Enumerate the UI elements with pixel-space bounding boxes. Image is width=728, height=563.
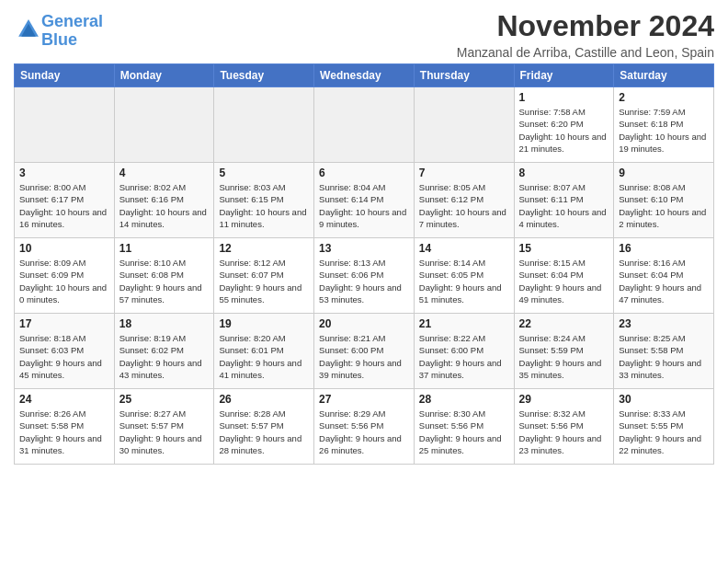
day-number: 16 — [619, 242, 709, 255]
calendar-cell: 13Sunrise: 8:13 AM Sunset: 6:06 PM Dayli… — [314, 238, 415, 314]
day-number: 18 — [119, 317, 210, 330]
week-row-1: 1Sunrise: 7:58 AM Sunset: 6:20 PM Daylig… — [15, 87, 714, 163]
logo-icon — [16, 17, 41, 42]
title-block: November 2024 Manzanal de Arriba, Castil… — [457, 9, 714, 60]
calendar-cell: 19Sunrise: 8:20 AM Sunset: 6:01 PM Dayli… — [214, 314, 314, 389]
day-number: 22 — [519, 317, 609, 330]
calendar-cell: 29Sunrise: 8:32 AM Sunset: 5:56 PM Dayli… — [514, 389, 614, 465]
calendar-cell: 28Sunrise: 8:30 AM Sunset: 5:56 PM Dayli… — [414, 389, 514, 465]
day-info: Sunrise: 8:03 AM Sunset: 6:15 PM Dayligh… — [219, 181, 309, 230]
day-info: Sunrise: 8:12 AM Sunset: 6:07 PM Dayligh… — [219, 257, 309, 305]
day-info: Sunrise: 8:00 AM Sunset: 6:17 PM Dayligh… — [19, 181, 109, 230]
day-number: 27 — [319, 393, 409, 406]
calendar-cell: 4Sunrise: 8:02 AM Sunset: 6:16 PM Daylig… — [114, 163, 214, 238]
day-info: Sunrise: 7:59 AM Sunset: 6:18 PM Dayligh… — [619, 106, 709, 155]
weekday-header-thursday: Thursday — [414, 64, 514, 87]
week-row-4: 17Sunrise: 8:18 AM Sunset: 6:03 PM Dayli… — [15, 314, 714, 389]
calendar-cell: 14Sunrise: 8:14 AM Sunset: 6:05 PM Dayli… — [414, 238, 514, 314]
calendar-cell: 9Sunrise: 8:08 AM Sunset: 6:10 PM Daylig… — [614, 163, 714, 238]
day-info: Sunrise: 8:08 AM Sunset: 6:10 PM Dayligh… — [619, 181, 709, 230]
calendar-cell: 26Sunrise: 8:28 AM Sunset: 5:57 PM Dayli… — [214, 389, 314, 465]
calendar-cell: 2Sunrise: 7:59 AM Sunset: 6:18 PM Daylig… — [614, 87, 714, 163]
day-info: Sunrise: 8:02 AM Sunset: 6:16 PM Dayligh… — [119, 181, 210, 230]
day-info: Sunrise: 8:16 AM Sunset: 6:04 PM Dayligh… — [619, 257, 709, 305]
weekday-header: SundayMondayTuesdayWednesdayThursdayFrid… — [15, 64, 714, 87]
day-info: Sunrise: 8:19 AM Sunset: 6:02 PM Dayligh… — [119, 332, 210, 381]
day-number: 11 — [119, 242, 210, 255]
day-number: 30 — [619, 393, 709, 406]
calendar-cell: 21Sunrise: 8:22 AM Sunset: 6:00 PM Dayli… — [414, 314, 514, 389]
day-info: Sunrise: 8:15 AM Sunset: 6:04 PM Dayligh… — [519, 257, 609, 305]
calendar-cell: 17Sunrise: 8:18 AM Sunset: 6:03 PM Dayli… — [15, 314, 115, 389]
weekday-header-friday: Friday — [514, 64, 614, 87]
weekday-header-wednesday: Wednesday — [314, 64, 415, 87]
calendar-cell: 7Sunrise: 8:05 AM Sunset: 6:12 PM Daylig… — [414, 163, 514, 238]
day-info: Sunrise: 8:33 AM Sunset: 5:55 PM Dayligh… — [619, 408, 709, 456]
calendar-cell: 27Sunrise: 8:29 AM Sunset: 5:56 PM Dayli… — [314, 389, 415, 465]
calendar-cell: 30Sunrise: 8:33 AM Sunset: 5:55 PM Dayli… — [614, 389, 714, 465]
day-number: 8 — [519, 167, 609, 179]
calendar-title: November 2024 — [457, 9, 714, 43]
day-number: 24 — [19, 393, 109, 406]
day-number: 23 — [619, 317, 709, 330]
day-info: Sunrise: 8:14 AM Sunset: 6:05 PM Dayligh… — [419, 257, 509, 305]
calendar-cell: 12Sunrise: 8:12 AM Sunset: 6:07 PM Dayli… — [214, 238, 314, 314]
day-info: Sunrise: 8:28 AM Sunset: 5:57 PM Dayligh… — [219, 408, 309, 456]
calendar-cell: 15Sunrise: 8:15 AM Sunset: 6:04 PM Dayli… — [514, 238, 614, 314]
day-info: Sunrise: 8:09 AM Sunset: 6:09 PM Dayligh… — [19, 257, 109, 305]
weekday-header-tuesday: Tuesday — [214, 64, 314, 87]
day-number: 14 — [419, 242, 509, 255]
day-info: Sunrise: 8:07 AM Sunset: 6:11 PM Dayligh… — [519, 181, 609, 230]
day-number: 15 — [519, 242, 609, 255]
logo: General Blue — [14, 13, 103, 50]
calendar-cell: 25Sunrise: 8:27 AM Sunset: 5:57 PM Dayli… — [114, 389, 214, 465]
day-number: 6 — [319, 167, 409, 179]
calendar-cell — [314, 87, 415, 163]
calendar-cell: 1Sunrise: 7:58 AM Sunset: 6:20 PM Daylig… — [514, 87, 614, 163]
day-info: Sunrise: 8:25 AM Sunset: 5:58 PM Dayligh… — [619, 332, 709, 381]
day-number: 4 — [119, 167, 210, 179]
week-row-3: 10Sunrise: 8:09 AM Sunset: 6:09 PM Dayli… — [15, 238, 714, 314]
day-number: 20 — [319, 317, 409, 330]
calendar-cell: 3Sunrise: 8:00 AM Sunset: 6:17 PM Daylig… — [15, 163, 115, 238]
day-info: Sunrise: 8:30 AM Sunset: 5:56 PM Dayligh… — [419, 408, 509, 456]
calendar-table: SundayMondayTuesdayWednesdayThursdayFrid… — [14, 63, 714, 465]
calendar-cell: 24Sunrise: 8:26 AM Sunset: 5:58 PM Dayli… — [15, 389, 115, 465]
calendar-cell: 18Sunrise: 8:19 AM Sunset: 6:02 PM Dayli… — [114, 314, 214, 389]
calendar-body: 1Sunrise: 7:58 AM Sunset: 6:20 PM Daylig… — [15, 87, 714, 465]
header: General Blue November 2024 Manzanal de A… — [14, 9, 714, 60]
day-number: 10 — [19, 242, 109, 255]
day-info: Sunrise: 8:22 AM Sunset: 6:00 PM Dayligh… — [419, 332, 509, 381]
day-number: 28 — [419, 393, 509, 406]
day-number: 19 — [219, 317, 309, 330]
day-number: 3 — [19, 167, 109, 179]
day-info: Sunrise: 8:13 AM Sunset: 6:06 PM Dayligh… — [319, 257, 409, 305]
day-info: Sunrise: 8:05 AM Sunset: 6:12 PM Dayligh… — [419, 181, 509, 230]
day-number: 26 — [219, 393, 309, 406]
calendar-cell: 10Sunrise: 8:09 AM Sunset: 6:09 PM Dayli… — [15, 238, 115, 314]
day-number: 13 — [319, 242, 409, 255]
calendar-cell — [15, 87, 115, 163]
week-row-5: 24Sunrise: 8:26 AM Sunset: 5:58 PM Dayli… — [15, 389, 714, 465]
day-info: Sunrise: 8:29 AM Sunset: 5:56 PM Dayligh… — [319, 408, 409, 456]
weekday-header-monday: Monday — [114, 64, 214, 87]
day-number: 17 — [19, 317, 109, 330]
day-info: Sunrise: 7:58 AM Sunset: 6:20 PM Dayligh… — [519, 106, 609, 155]
calendar-cell: 23Sunrise: 8:25 AM Sunset: 5:58 PM Dayli… — [614, 314, 714, 389]
week-row-2: 3Sunrise: 8:00 AM Sunset: 6:17 PM Daylig… — [15, 163, 714, 238]
calendar-cell: 6Sunrise: 8:04 AM Sunset: 6:14 PM Daylig… — [314, 163, 415, 238]
day-number: 9 — [619, 167, 709, 179]
day-info: Sunrise: 8:32 AM Sunset: 5:56 PM Dayligh… — [519, 408, 609, 456]
calendar-cell — [114, 87, 214, 163]
calendar-cell: 11Sunrise: 8:10 AM Sunset: 6:08 PM Dayli… — [114, 238, 214, 314]
day-number: 7 — [419, 167, 509, 179]
day-number: 29 — [519, 393, 609, 406]
calendar-cell — [214, 87, 314, 163]
logo-text: General Blue — [41, 13, 103, 50]
day-info: Sunrise: 8:24 AM Sunset: 5:59 PM Dayligh… — [519, 332, 609, 381]
day-info: Sunrise: 8:10 AM Sunset: 6:08 PM Dayligh… — [119, 257, 210, 305]
weekday-header-saturday: Saturday — [614, 64, 714, 87]
day-number: 12 — [219, 242, 309, 255]
calendar-cell: 20Sunrise: 8:21 AM Sunset: 6:00 PM Dayli… — [314, 314, 415, 389]
day-info: Sunrise: 8:04 AM Sunset: 6:14 PM Dayligh… — [319, 181, 409, 230]
